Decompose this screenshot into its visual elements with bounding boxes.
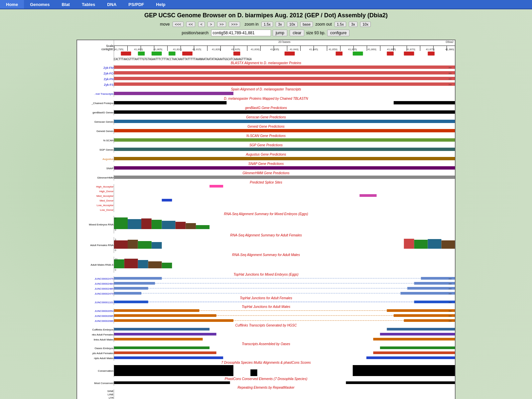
zyk-fo-label[interactable]: Zyk-FO — [77, 70, 114, 76]
splice-category-label: Predicted Splice Sites — [77, 181, 455, 184]
genscan-genes-label[interactable]: Genscan Genes — [77, 119, 114, 125]
page-title: GEP UCSC Genome Browser on D. biarmipes … — [0, 9, 532, 20]
augustus-label[interactable]: Augustus — [77, 156, 114, 162]
svg-rect-28 — [114, 157, 455, 160]
geneid-genes-label[interactable]: Geneid Genes — [77, 128, 114, 134]
ltr-label[interactable]: LTR — [77, 396, 114, 399]
svg-rect-6 — [284, 52, 295, 56]
configure-button[interactable]: configure — [327, 30, 349, 36]
nav-home[interactable]: Home — [0, 0, 24, 9]
junc2484-label[interactable]: JUNC00002484 — [77, 281, 114, 286]
adult-females-label[interactable]: Adult Females RNA — [77, 237, 114, 253]
junc2054-label[interactable]: JUNC00002054 — [77, 309, 114, 314]
move-right2-btn[interactable]: >> — [217, 22, 226, 27]
svg-rect-102 — [373, 351, 455, 354]
most-conserved-label[interactable]: Most Conserved — [77, 381, 114, 386]
adult-males-label[interactable]: Adult Males RNA-S — [77, 257, 114, 273]
zoom-out-10x-btn[interactable]: 10x — [360, 22, 371, 27]
cufflinks-embryos-label[interactable]: Cufflinks Embryos — [77, 327, 114, 332]
cufflinks-males-label[interactable]: links Adult Males — [77, 337, 114, 342]
mixed-embryos-label[interactable]: Mixed Embryos RNA — [77, 216, 114, 233]
ruler-pos11: 41,845| — [309, 48, 318, 51]
clear-button[interactable]: clear — [290, 30, 304, 36]
nav-tables[interactable]: Tables — [76, 0, 101, 9]
high-donor-label[interactable]: High_Donor — [77, 189, 114, 194]
mel-transcripts-label[interactable]: . mel Transcripts — [77, 91, 114, 97]
nav-dna[interactable]: DNA — [101, 0, 122, 9]
jump-button[interactable]: jump — [273, 30, 287, 36]
zyk-fn-label[interactable]: Zyk-FN — [77, 76, 114, 82]
chrom-band-label[interactable] — [77, 51, 114, 57]
zoom-out-3x-btn[interactable]: 3x — [349, 22, 357, 27]
ruler-pos2: 41,800| — [134, 48, 143, 51]
junc2086-label[interactable]: JUNC00002086 — [77, 319, 114, 324]
line-label[interactable]: LINE — [77, 393, 114, 396]
zyk-fn-row: Zyk-FN >> — [77, 76, 455, 82]
junc2485-label[interactable]: JUNC00002485 — [77, 286, 114, 291]
oases-category-label: Transcripts Assembled by Oases — [77, 342, 455, 346]
svg-text:>>: >> — [448, 287, 452, 290]
nscan-content — [114, 138, 455, 143]
sgp-genes-label[interactable]: SGP Genes — [77, 147, 114, 153]
position-input[interactable] — [211, 30, 271, 36]
nav-genomes[interactable]: Genomes — [24, 0, 56, 9]
zyk-fm1-label[interactable]: Zyk-FM — [77, 65, 114, 70]
tophat-males-category-label: TopHat Junctions for Adult Males — [77, 305, 455, 309]
move-right1-btn[interactable]: > — [207, 22, 214, 27]
svg-rect-65 — [114, 282, 155, 285]
sgp-category-label: SGP Gene Predictions — [77, 143, 455, 147]
junc2479-label[interactable]: JUNC00002479 — [77, 291, 114, 296]
conservation-category-label: 7 Drosophila Species Multiz Alignments &… — [77, 361, 455, 364]
oases-males-label[interactable]: ripts Adult Males — [77, 356, 114, 361]
svg-rect-69 — [114, 287, 148, 290]
junc1101-content: >> — [114, 300, 455, 305]
high-acceptor-label[interactable]: High_Acceptor — [77, 184, 114, 189]
move-far-left-btn[interactable]: <<< — [173, 22, 184, 27]
zyk-fs-content: >> — [114, 82, 455, 87]
move-left1-btn[interactable]: < — [198, 22, 205, 27]
svg-rect-51 — [441, 240, 455, 249]
adult-males-row: Adult Males RNA-S 21 0 — [77, 257, 455, 273]
svg-rect-7 — [335, 52, 342, 56]
genblastg-genes-label[interactable]: genBlastG Genes — [77, 110, 114, 115]
zoom-in-1-5x-btn[interactable]: 1.5x — [261, 22, 273, 27]
nscan-label[interactable]: N-SCAN — [77, 138, 114, 143]
ruler-pos9: 41,835| — [270, 48, 279, 51]
glimmer-label[interactable]: GlimmerHMM — [77, 175, 114, 181]
cufflinks-females-label[interactable]: nks Adult Females — [77, 332, 114, 337]
junc2475-label[interactable]: JUNC00002475 — [77, 276, 114, 281]
low-acceptor-label[interactable]: Low_Acceptor — [77, 203, 114, 207]
zoom-in-3x-btn[interactable]: 3x — [276, 22, 284, 27]
chained-proteins-label[interactable]: _Chained Prote|ns — [77, 100, 114, 106]
blastx-category-row: BLASTX Alignment to D. melanogaster Prot… — [77, 61, 455, 65]
conservation-label[interactable]: Conservation — [77, 364, 114, 377]
nav-pspdf[interactable]: PS/PDF — [122, 0, 150, 9]
svg-rect-75 — [400, 292, 455, 295]
zoom-in-10x-btn[interactable]: 10x — [287, 22, 298, 27]
low-donor-label[interactable]: Low_Donor — [77, 207, 114, 212]
svg-text:>>: >> — [448, 315, 452, 318]
move-far-right-btn[interactable]: >>> — [229, 22, 240, 27]
move-left2-btn[interactable]: << — [186, 22, 195, 27]
oases-females-label[interactable]: pts Adult Females — [77, 351, 114, 356]
junc1101-label[interactable]: JUNC00001101 — [77, 300, 114, 305]
snap-label[interactable]: SNAP — [77, 166, 114, 171]
nav-blat[interactable]: Blat — [56, 0, 76, 9]
nav-help[interactable]: Help — [150, 0, 171, 9]
line-row: LINE — [77, 393, 455, 396]
junc2085-label[interactable]: JUNC00002085 — [77, 314, 114, 319]
svg-rect-10 — [404, 52, 414, 56]
zoom-in-label: zoom in — [245, 22, 259, 27]
zyk-fs-label[interactable]: Zyk-FS — [77, 82, 114, 87]
move-label: move — [160, 22, 170, 27]
high-acceptor-content — [114, 184, 455, 189]
oases-embryos-label[interactable]: Oases Embryos — [77, 346, 114, 351]
svg-rect-23 — [114, 110, 455, 114]
sine-label[interactable]: SINE — [77, 389, 114, 393]
base-btn[interactable]: base — [300, 22, 313, 27]
zoom-out-1-5x-btn[interactable]: 1.5x — [334, 22, 346, 27]
junc2484-row: JUNC00002484 >> — [77, 281, 455, 286]
med-acceptor-label[interactable]: Med_Acceptor — [77, 194, 114, 198]
med-donor-label[interactable]: Med_Donor — [77, 198, 114, 203]
oases-females-content — [114, 351, 455, 356]
